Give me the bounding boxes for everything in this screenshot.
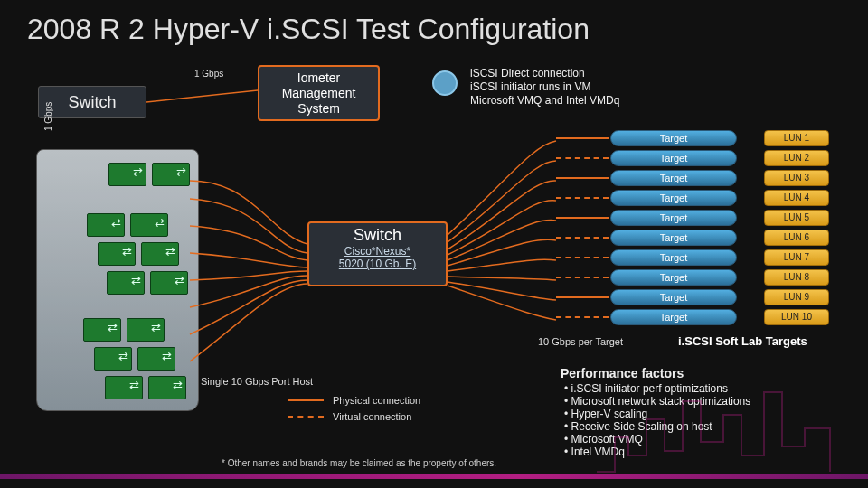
iscsi-note-line2: iSCSI initiator runs in VM xyxy=(470,80,619,94)
target-row: TargetLUN 3 xyxy=(610,170,850,188)
perf-item: Hyper-V scaling xyxy=(564,408,750,420)
lun-pill: LUN 5 xyxy=(764,210,829,226)
nic-icon xyxy=(137,347,175,371)
lun-pill: LUN 4 xyxy=(764,190,829,206)
legend-swatch-virtual xyxy=(288,416,324,418)
legend-label-physical: Physical connection xyxy=(333,395,420,406)
label-1gbps-side: 1 Gbps xyxy=(43,102,53,131)
target-pill: Target xyxy=(610,210,737,226)
lun-pill: LUN 1 xyxy=(764,130,829,146)
switch-top-box: Switch xyxy=(38,86,146,118)
lun-pill: LUN 2 xyxy=(764,150,829,166)
target-pill: Target xyxy=(610,230,737,246)
nic-icon xyxy=(150,271,188,295)
target-row: TargetLUN 10 xyxy=(610,309,850,327)
target-pill: Target xyxy=(610,249,737,266)
nic-icon xyxy=(148,376,186,399)
target-connector xyxy=(556,257,609,258)
target-connector xyxy=(556,157,609,159)
nic-icon xyxy=(108,163,146,186)
target-row: TargetLUN 1 xyxy=(610,130,850,148)
legend-label-virtual: Virtual connection xyxy=(333,411,411,422)
nic-icon xyxy=(94,347,132,371)
target-row: TargetLUN 7 xyxy=(610,249,850,267)
targets-list: TargetLUN 1TargetLUN 2TargetLUN 3TargetL… xyxy=(610,130,850,329)
label-1gbps-top: 1 Gbps xyxy=(194,69,223,79)
target-connector xyxy=(556,296,609,298)
iometer-line2: Management xyxy=(259,86,378,101)
target-row: TargetLUN 6 xyxy=(610,230,850,248)
perf-item: Microsoft network stack optimizations xyxy=(564,395,750,408)
nic-icon xyxy=(127,318,165,342)
target-connector xyxy=(556,197,609,199)
performance-factors: Performance factors i.SCSI initiator per… xyxy=(561,366,750,458)
lun-pill: LUN 6 xyxy=(764,230,829,246)
nic-icon xyxy=(83,318,121,342)
target-connector xyxy=(556,177,609,179)
lun-pill: LUN 8 xyxy=(764,269,829,286)
label-10gbps-per-target: 10 Gbps per Target xyxy=(538,336,623,347)
iscsi-note-line3: Microsoft VMQ and Intel VMDq xyxy=(470,94,619,108)
target-connector xyxy=(556,316,609,318)
iscsi-note-line1: iSCSI Direct connection xyxy=(470,67,619,80)
slide-title: 2008 R 2 Hyper-V i.SCSI Test Configurati… xyxy=(27,13,590,46)
target-pill: Target xyxy=(610,170,737,186)
target-connector xyxy=(556,277,609,278)
footnote: * Other names and brands may be claimed … xyxy=(222,458,496,468)
iometer-box: Iometer Management System xyxy=(258,65,380,121)
lun-pill: LUN 3 xyxy=(764,170,829,186)
iometer-line3: System xyxy=(259,101,378,117)
target-pill: Target xyxy=(610,150,737,166)
switch-center-line2: 5020 (10 Gb. E) xyxy=(309,258,446,270)
lun-pill: LUN 9 xyxy=(764,289,829,305)
target-pill: Target xyxy=(610,269,737,286)
target-pill: Target xyxy=(610,190,737,206)
target-row: TargetLUN 9 xyxy=(610,289,850,307)
target-row: TargetLUN 2 xyxy=(610,150,850,168)
target-connector xyxy=(556,137,609,139)
nic-icon xyxy=(130,213,168,237)
svg-line-0 xyxy=(146,90,258,102)
lun-pill: LUN 10 xyxy=(764,309,829,325)
target-row: TargetLUN 4 xyxy=(610,190,850,208)
globe-icon xyxy=(432,70,458,96)
legend: Physical connection Virtual connection xyxy=(288,394,420,427)
target-pill: Target xyxy=(610,130,737,146)
switch-center-header: Switch xyxy=(309,226,446,245)
perf-item: Microsoft VMQ xyxy=(564,433,750,446)
iometer-line1: Iometer xyxy=(259,70,378,86)
switch-center-box: Switch Cisco*Nexus* 5020 (10 Gb. E) xyxy=(307,221,448,286)
target-row: TargetLUN 5 xyxy=(610,210,850,228)
nic-icon xyxy=(105,376,143,399)
perf-item: i.SCSI initiator perf optimizations xyxy=(564,382,750,395)
perf-header: Performance factors xyxy=(561,366,750,380)
nic-icon xyxy=(141,242,179,266)
legend-swatch-physical xyxy=(288,399,324,401)
lun-pill: LUN 7 xyxy=(764,249,829,266)
nic-icon xyxy=(107,271,145,295)
accent-bar xyxy=(0,474,868,479)
nic-icon xyxy=(98,242,136,266)
target-pill: Target xyxy=(610,309,737,325)
switch-center-line1: Cisco*Nexus* xyxy=(309,245,446,258)
label-host: Single 10 Gbps Port Host xyxy=(201,376,313,387)
label-iscsi-soft-targets: i.SCSI Soft Lab Targets xyxy=(678,334,807,348)
iscsi-direct-note: iSCSI Direct connection iSCSI initiator … xyxy=(470,67,619,108)
target-pill: Target xyxy=(610,289,737,305)
target-connector xyxy=(556,217,609,219)
target-connector xyxy=(556,237,609,239)
target-row: TargetLUN 8 xyxy=(610,269,850,287)
nic-icon xyxy=(152,163,190,186)
nic-icon xyxy=(87,213,125,237)
perf-item: Receive Side Scaling on host xyxy=(564,420,750,433)
perf-item: Intel VMDq xyxy=(564,446,750,458)
